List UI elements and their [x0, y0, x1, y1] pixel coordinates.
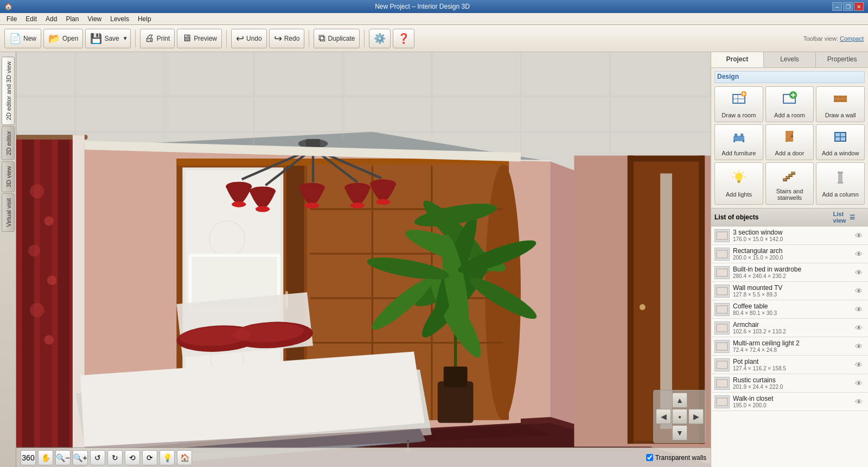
360-view-button[interactable]: 360 [21, 450, 36, 465]
window-controls: – ❐ ✕ [832, 2, 864, 11]
list-item[interactable]: Multi-arm ceiling light 2 72.4 × 72.4 × … [711, 337, 868, 356]
add-window-button[interactable]: Add a window [816, 124, 865, 160]
nav-left-button[interactable]: ◀ [656, 409, 671, 424]
object-dimensions: 127.4 × 116.2 × 158.5 [733, 365, 852, 371]
nav-down-button[interactable]: ▼ [672, 425, 687, 440]
object-dimensions: 200.0 × 15.0 × 200.0 [733, 255, 852, 261]
visibility-toggle[interactable]: 👁 [855, 287, 865, 295]
tab-levels[interactable]: Levels [764, 52, 816, 67]
object-thumbnail [714, 285, 730, 298]
orbit-left-button[interactable]: ⟲ [125, 450, 140, 465]
svg-rect-164 [717, 325, 727, 331]
save-dropdown-icon[interactable]: ▼ [123, 35, 128, 41]
svg-rect-148 [838, 172, 843, 173]
transparent-walls-label[interactable]: Transparent walls [655, 454, 706, 462]
save-icon: 💾 [90, 33, 102, 45]
menu-help[interactable]: Help [133, 14, 156, 24]
visibility-toggle[interactable]: 👁 [855, 305, 865, 314]
menu-edit[interactable]: Edit [21, 14, 41, 24]
orbit-right-button[interactable]: ⟳ [142, 450, 157, 465]
zoom-out-button[interactable]: 🔍− [55, 450, 71, 465]
rotate-ccw-button[interactable]: ↺ [90, 450, 105, 465]
add-column-button[interactable]: Add a column [816, 162, 865, 205]
visibility-toggle[interactable]: 👁 [855, 342, 865, 351]
nav-up-button[interactable]: ▲ [672, 393, 687, 408]
main-layout: 2D editor and 3D view 2D editor 3D view … [0, 52, 868, 467]
list-item[interactable]: Rustic curtains 201.9 × 24.4 × 222.0 👁 [711, 374, 868, 393]
svg-rect-156 [717, 251, 727, 257]
redo-button[interactable]: ↪ Redo [269, 29, 305, 48]
add-door-label: Add a door [775, 150, 805, 156]
visibility-toggle[interactable]: 👁 [855, 268, 865, 277]
rotate-cw-button[interactable]: ↻ [107, 450, 123, 465]
svg-rect-84 [628, 156, 705, 162]
add-door-button[interactable]: Add a door [765, 124, 814, 160]
tab-virtual-visit[interactable]: Virtual visit [2, 193, 15, 232]
new-button[interactable]: 📄 New [4, 29, 41, 48]
duplicate-button[interactable]: ⧉ Duplicate [314, 29, 360, 48]
preview-button[interactable]: 🖥 Preview [177, 29, 222, 48]
undo-button[interactable]: ↩ Undo [231, 29, 267, 48]
draw-wall-button[interactable]: Draw a wall [816, 86, 865, 122]
visibility-toggle[interactable]: 👁 [855, 250, 865, 258]
light-button[interactable]: 💡 [159, 450, 175, 465]
list-item[interactable]: Armchair 102.6 × 103.2 × 110.2 👁 [711, 319, 868, 337]
nav-right-button[interactable]: ▶ [688, 409, 704, 424]
object-thumbnail [714, 303, 730, 316]
tab-2d-editor[interactable]: 2D editor [2, 126, 15, 160]
list-item[interactable]: Wall mounted TV 127.8 × 5.5 × 89.3 👁 [711, 282, 868, 300]
menu-view[interactable]: View [83, 14, 106, 24]
add-lights-button[interactable]: Add lights [714, 162, 763, 205]
tab-project[interactable]: Project [711, 52, 764, 67]
print-button[interactable]: 🖨 Print [140, 29, 175, 48]
objects-list[interactable]: 3 section window 176.0 × 15.0 × 142.0 👁 … [711, 226, 868, 467]
add-furniture-button[interactable]: Add furniture [714, 124, 763, 160]
object-info: Armchair 102.6 × 103.2 × 110.2 [733, 321, 852, 335]
visibility-toggle[interactable]: 👁 [855, 231, 865, 240]
menu-add[interactable]: Add [41, 14, 61, 24]
preview-icon: 🖥 [182, 33, 192, 44]
list-item[interactable]: Rectangular arch 200.0 × 15.0 × 200.0 👁 [711, 245, 868, 263]
add-room-button[interactable]: Add a room [765, 86, 814, 122]
object-dimensions: 280.4 × 240.4 × 230.2 [733, 273, 852, 279]
menu-file[interactable]: File [2, 14, 21, 24]
home-button[interactable]: 🏠 [177, 450, 192, 465]
svg-rect-145 [786, 178, 790, 179]
visibility-toggle[interactable]: 👁 [855, 379, 865, 388]
list-item[interactable]: 3 section window 176.0 × 15.0 × 142.0 👁 [711, 226, 868, 245]
visibility-toggle[interactable]: 👁 [855, 397, 865, 406]
svg-point-25 [47, 276, 57, 286]
menu-plan[interactable]: Plan [61, 14, 83, 24]
visibility-toggle[interactable]: 👁 [855, 324, 865, 332]
draw-room-button[interactable]: Draw a room [714, 86, 763, 122]
tab-properties[interactable]: Properties [816, 52, 868, 67]
open-button[interactable]: 📂 Open [43, 29, 83, 48]
list-item[interactable]: Pot plant 127.4 × 116.2 × 158.5 👁 [711, 356, 868, 374]
transparent-walls-checkbox[interactable] [646, 454, 653, 461]
tab-2d-3d-view[interactable]: 2D editor and 3D view [2, 56, 15, 125]
svg-rect-170 [717, 380, 727, 387]
minimize-button[interactable]: – [832, 2, 842, 11]
tab-3d-view[interactable]: 3D view [2, 161, 15, 192]
list-item[interactable]: Coffee table 80.4 × 80.1 × 30.3 👁 [711, 300, 868, 319]
visibility-toggle[interactable]: 👁 [855, 361, 865, 369]
list-view-button[interactable]: List view ☰ [833, 211, 865, 224]
object-thumbnail [714, 358, 730, 371]
object-name: Rectangular arch [733, 247, 852, 255]
restore-button[interactable]: ❐ [843, 2, 853, 11]
menu-levels[interactable]: Levels [106, 14, 133, 24]
nav-center-button[interactable]: ● [672, 409, 687, 424]
stairs-button[interactable]: Stairs and stairwells [765, 162, 814, 205]
list-item[interactable]: Walk-in closet 195.0 × 200.0 👁 [711, 393, 868, 411]
close-button[interactable]: ✕ [854, 2, 864, 11]
pan-button[interactable]: ✋ [38, 450, 53, 465]
settings-button[interactable]: ⚙️ [369, 29, 391, 48]
draw-wall-icon [832, 90, 848, 110]
object-dimensions: 80.4 × 80.1 × 30.3 [733, 310, 852, 316]
zoom-in-button[interactable]: 🔍+ [73, 450, 88, 465]
svg-rect-143 [791, 172, 795, 174]
list-item[interactable]: Built-in bed in wardrobe 280.4 × 240.4 ×… [711, 263, 868, 282]
save-button[interactable]: 💾 Save ▼ [85, 29, 130, 48]
svg-point-97 [305, 203, 319, 209]
help-button[interactable]: ❓ [393, 29, 414, 48]
